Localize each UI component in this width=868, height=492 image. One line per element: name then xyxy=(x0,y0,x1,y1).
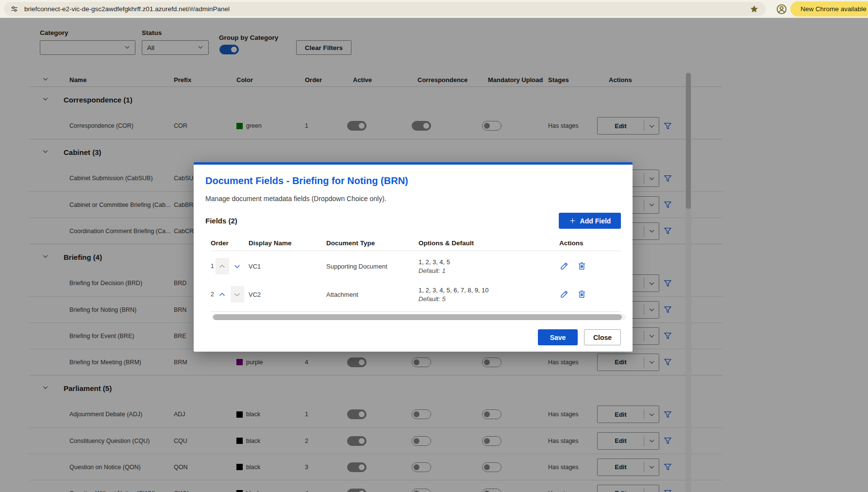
field-document-type: Attachment xyxy=(326,291,418,298)
address-bar[interactable]: briefconnect-e2-vic-de-gsc2awdfefgkhrff.… xyxy=(4,2,766,16)
screen: briefconnect-e2-vic-de-gsc2awdfefgkhrff.… xyxy=(0,0,868,492)
order-number: 1 xyxy=(211,263,214,270)
trash-icon xyxy=(577,289,586,299)
delete-field-button[interactable] xyxy=(577,289,586,299)
mcol-actions: Actions xyxy=(552,239,621,247)
bookmark-star-icon[interactable] xyxy=(750,4,759,14)
document-fields-dialog: Document Fields - Briefing for Noting (B… xyxy=(194,162,633,352)
mcol-display-name: Display Name xyxy=(249,239,326,247)
field-options: 1, 2, 3, 4, 5 xyxy=(418,258,552,266)
mcol-order: Order xyxy=(211,239,249,247)
mcol-options-default: Options & Default xyxy=(418,239,552,247)
mcol-document-type: Document Type xyxy=(326,239,418,247)
move-up-button[interactable] xyxy=(216,258,229,274)
browser-toolbar: briefconnect-e2-vic-de-gsc2awdfefgkhrff.… xyxy=(0,0,868,18)
chevron-down-icon xyxy=(233,290,241,299)
field-options: 1, 2, 3, 4, 5, 6, 7, 8, 9, 10 xyxy=(418,287,552,294)
fields-table: Order Display Name Document Type Options… xyxy=(205,236,621,320)
chevron-up-icon xyxy=(218,290,226,299)
order-number: 2 xyxy=(211,291,214,298)
dialog-title: Document Fields - Briefing for Noting (B… xyxy=(205,175,621,187)
edit-field-button[interactable] xyxy=(559,261,569,271)
pencil-icon xyxy=(559,261,569,271)
chevron-up-icon xyxy=(218,262,226,271)
trash-icon xyxy=(577,261,586,271)
move-up-button[interactable] xyxy=(216,286,229,303)
close-button[interactable]: Close xyxy=(584,329,621,345)
pencil-icon xyxy=(559,289,569,299)
save-button[interactable]: Save xyxy=(538,329,578,345)
fields-count-label: Fields (2) xyxy=(205,217,237,225)
new-chrome-available-button[interactable]: New Chrome available ⋮ xyxy=(790,1,868,17)
delete-field-button[interactable] xyxy=(577,261,586,271)
profile-icon[interactable] xyxy=(775,2,788,16)
scrollbar-thumb[interactable] xyxy=(213,314,622,320)
move-down-button[interactable] xyxy=(231,258,244,274)
field-display-name: VC2 xyxy=(249,291,326,298)
plus-icon xyxy=(569,217,576,224)
new-chrome-label: New Chrome available xyxy=(801,5,867,13)
add-field-button[interactable]: Add Field xyxy=(559,213,621,229)
add-field-label: Add Field xyxy=(580,217,611,225)
site-settings-icon[interactable] xyxy=(7,2,21,16)
field-document-type: Supporting Document xyxy=(326,263,418,270)
divider xyxy=(211,311,621,312)
field-row: 1 VC1 Supporting Document 1, 2, 3, 4, 5 … xyxy=(211,251,621,279)
field-default: Default: 1 xyxy=(418,267,552,274)
fields-table-header: Order Display Name Document Type Options… xyxy=(211,236,621,251)
chevron-down-icon xyxy=(233,262,241,271)
url-text[interactable]: briefconnect-e2-vic-de-gsc2awdfefgkhrff.… xyxy=(24,5,750,13)
field-default: Default: 5 xyxy=(418,295,552,303)
dialog-subtitle: Manage document metadata fields (Dropdow… xyxy=(205,195,621,203)
move-down-button[interactable] xyxy=(231,286,244,303)
field-display-name: VC1 xyxy=(249,263,326,270)
edit-field-button[interactable] xyxy=(559,289,569,299)
fields-horizontal-scrollbar[interactable] xyxy=(211,314,626,320)
field-row: 2 VC2 Attachment 1, 2, 3, 4, 5, 6, 7, 8,… xyxy=(211,279,621,307)
